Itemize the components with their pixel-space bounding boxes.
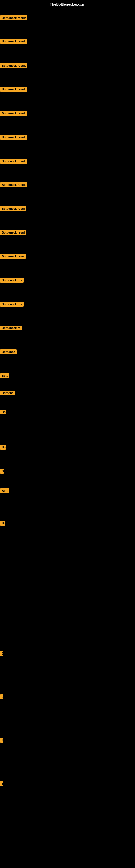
bottleneck-badge-20: B xyxy=(0,469,4,474)
bottleneck-badge-19: Bo xyxy=(0,445,6,450)
bottleneck-badge-23: B xyxy=(0,651,3,656)
bottleneck-badge-4: Bottleneck result xyxy=(0,87,27,92)
bottleneck-badge-22: Bo xyxy=(0,521,5,526)
bottleneck-badge-11: Bottleneck resu xyxy=(0,254,26,259)
bottleneck-badge-26: B xyxy=(0,781,3,786)
bottleneck-badge-16: Bott xyxy=(0,373,9,378)
bottleneck-badge-9: Bottleneck resul xyxy=(0,206,27,211)
bottleneck-badge-5: Bottleneck result xyxy=(0,111,27,116)
bottleneck-badge-10: Bottleneck resul xyxy=(0,230,27,235)
bottleneck-badge-3: Bottleneck result xyxy=(0,63,27,68)
bottleneck-badge-1: Bottleneck result xyxy=(0,16,27,20)
bottleneck-badge-12: Bottleneck res xyxy=(0,278,24,283)
bottleneck-badge-2: Bottleneck result xyxy=(0,39,27,44)
bottleneck-badge-24: B xyxy=(0,694,3,699)
bottleneck-badge-14: Bottleneck re xyxy=(0,326,22,330)
bottleneck-badge-21: Bott xyxy=(0,488,9,493)
bottleneck-badge-25: B xyxy=(0,738,3,743)
bottleneck-badge-18: Bo xyxy=(0,410,6,414)
bottleneck-badge-8: Bottleneck result xyxy=(0,182,27,187)
bottleneck-badge-13: Bottleneck res xyxy=(0,302,24,307)
site-title: TheBottlenecker.com xyxy=(0,0,135,9)
bottleneck-badge-15: Bottlenec xyxy=(0,349,17,354)
bottleneck-badge-6: Bottleneck result xyxy=(0,135,27,140)
bottleneck-badge-7: Bottleneck result xyxy=(0,159,27,163)
bottleneck-badge-17: Bottlene xyxy=(0,391,15,396)
